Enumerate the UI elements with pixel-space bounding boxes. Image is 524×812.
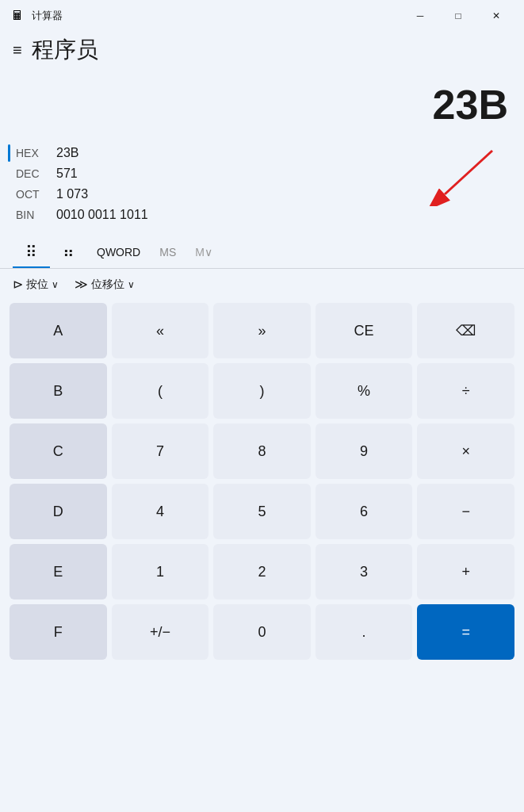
button-subtract[interactable]: − [417,484,514,539]
dec-value: 571 [56,167,78,181]
button-4[interactable]: 4 [112,484,209,539]
title-bar-left: 🖩 计算器 [10,8,63,24]
hex-label: HEX [16,147,44,159]
bitshift-icon: ≫ [75,277,88,292]
button-rshift[interactable]: » [213,303,311,358]
bitshift-chevron-icon: ∨ [128,279,135,290]
tab-qword[interactable]: QWORD [87,239,150,265]
tab-ms[interactable]: MS [150,239,186,265]
title-bar: 🖩 计算器 ─ □ ✕ [0,0,524,32]
display-area: 23B [0,71,524,135]
minimize-button[interactable]: ─ [402,3,438,29]
calc-row-3: C 7 8 9 × [10,423,514,479]
main-display: 23B [433,81,508,128]
bitshift-button[interactable]: ≫ 位移位 ∨ [75,277,135,292]
operations-bar: ⊳ 按位 ∨ ≫ 位移位 ∨ [0,269,524,300]
button-CE[interactable]: CE [316,303,413,358]
dec-label: DEC [16,167,44,180]
keypad-icon: ⠿ [25,243,37,262]
bitwise-chevron-icon: ∨ [52,279,59,290]
hex-row[interactable]: HEX 23B [16,144,508,162]
button-0[interactable]: 0 [213,604,311,660]
button-D[interactable]: D [10,484,107,539]
button-percent[interactable]: % [316,363,413,419]
bin-value: 0010 0011 1011 [56,208,148,222]
tab-keypad[interactable]: ⠿ [13,236,50,268]
button-equals[interactable]: = [417,604,514,660]
button-A[interactable]: A [10,303,107,358]
header: ≡ 程序员 [0,32,524,71]
oct-label: OCT [16,188,44,201]
button-1[interactable]: 1 [112,544,209,599]
calc-row-5: E 1 2 3 + [10,544,514,599]
button-dot[interactable]: . [316,604,413,660]
button-backspace[interactable]: ⌫ [417,303,514,358]
button-F[interactable]: F [10,604,107,660]
button-2[interactable]: 2 [213,544,311,599]
close-button[interactable]: ✕ [478,3,514,29]
button-9[interactable]: 9 [316,423,413,479]
title-bar-title: 计算器 [32,9,63,23]
button-B[interactable]: B [10,363,107,419]
button-lshift[interactable]: « [112,303,209,358]
calc-row-1: A « » CE ⌫ [10,303,514,358]
button-add[interactable]: + [417,544,514,599]
calc-row-6: F +/− 0 . = [10,604,514,660]
button-divide[interactable]: ÷ [417,363,514,419]
bitwise-label: 按位 [26,278,48,292]
bitwise-icon: ⊳ [13,277,23,292]
mode-title: 程序员 [32,35,98,65]
hamburger-icon[interactable]: ≡ [13,41,22,59]
tab-bar: ⠿ ⠶ QWORD MS M∨ [0,236,524,269]
calc-row-4: D 4 5 6 − [10,484,514,539]
title-bar-controls: ─ □ ✕ [402,3,514,29]
app-icon: 🖩 [10,8,25,24]
tab-mv[interactable]: M∨ [186,239,222,265]
button-3[interactable]: 3 [316,544,413,599]
number-bases: HEX 23B DEC 571 OCT 1 073 BIN 0010 0011 … [0,135,524,230]
button-lparen[interactable]: ( [112,363,209,419]
button-8[interactable]: 8 [213,423,311,479]
bit-toggle-icon: ⠶ [63,243,75,262]
oct-row[interactable]: OCT 1 073 [16,186,508,203]
bin-label: BIN [16,209,44,221]
oct-value: 1 073 [56,187,88,201]
calc-row-2: B ( ) % ÷ [10,363,514,419]
bitwise-button[interactable]: ⊳ 按位 ∨ [13,277,59,292]
button-6[interactable]: 6 [316,484,413,539]
button-multiply[interactable]: × [417,423,514,479]
tab-bit-toggle[interactable]: ⠶ [50,236,87,268]
dec-row[interactable]: DEC 571 [16,165,508,182]
button-rparen[interactable]: ) [213,363,311,419]
calculator-window: 🖩 计算器 ─ □ ✕ ≡ 程序员 23B HEX 23B DEC 571 OC… [0,0,524,812]
button-7[interactable]: 7 [112,423,209,479]
calc-grid: A « » CE ⌫ B ( ) % ÷ C 7 8 9 × D 4 5 6 [0,300,524,812]
bitshift-label: 位移位 [91,278,124,292]
button-C[interactable]: C [10,423,107,479]
hex-value: 23B [56,146,78,160]
button-E[interactable]: E [10,544,107,599]
maximize-button[interactable]: □ [440,3,476,29]
button-5[interactable]: 5 [213,484,311,539]
bin-row[interactable]: BIN 0010 0011 1011 [16,206,508,224]
button-plusminus[interactable]: +/− [112,604,209,660]
